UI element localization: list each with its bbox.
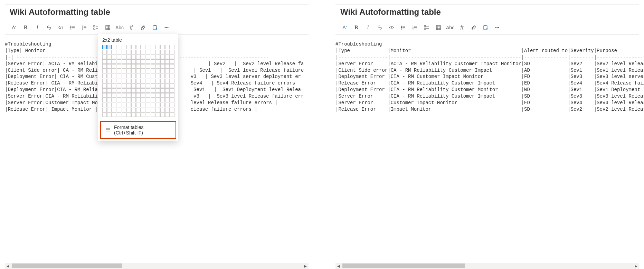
grid-cell[interactable] xyxy=(146,103,150,107)
grid-cell[interactable] xyxy=(170,103,174,107)
grid-cell[interactable] xyxy=(102,108,107,112)
grid-cell[interactable] xyxy=(112,64,116,69)
grid-cell[interactable] xyxy=(102,93,107,98)
scroll-track[interactable] xyxy=(11,263,302,269)
grid-cell[interactable] xyxy=(165,103,170,107)
grid-cell[interactable] xyxy=(131,83,136,88)
attachment-button[interactable] xyxy=(469,23,479,32)
grid-cell[interactable] xyxy=(151,45,155,49)
grid-cell[interactable] xyxy=(170,108,174,112)
grid-cell[interactable] xyxy=(146,64,150,69)
abc-button[interactable]: Abc xyxy=(445,23,455,32)
grid-cell[interactable] xyxy=(170,98,174,102)
grid-cell[interactable] xyxy=(136,112,141,117)
grid-cell[interactable] xyxy=(131,50,136,54)
scroll-right-arrow[interactable]: ▶ xyxy=(302,263,309,269)
grid-cell[interactable] xyxy=(136,74,141,78)
grid-cell[interactable] xyxy=(122,112,126,117)
grid-cell[interactable] xyxy=(170,54,174,59)
grid-cell[interactable] xyxy=(160,93,165,98)
grid-cell[interactable] xyxy=(136,54,141,59)
scroll-right-arrow[interactable]: ▶ xyxy=(633,263,639,269)
grid-cell[interactable] xyxy=(136,108,141,112)
numbered-list-button[interactable]: 123 xyxy=(410,23,420,32)
italic-button[interactable]: I xyxy=(32,23,42,32)
grid-cell[interactable] xyxy=(102,50,107,54)
grid-cell[interactable] xyxy=(112,103,116,107)
grid-cell[interactable] xyxy=(126,45,131,49)
grid-cell[interactable] xyxy=(141,83,145,88)
grid-cell[interactable] xyxy=(126,88,131,93)
grid-cell[interactable] xyxy=(160,83,165,88)
grid-cell[interactable] xyxy=(107,83,112,88)
format-tables-button[interactable]: Format tables (Ctrl+Shift+F) xyxy=(100,121,176,139)
grid-cell[interactable] xyxy=(136,88,141,93)
grid-cell[interactable] xyxy=(122,83,126,88)
link-button[interactable] xyxy=(44,23,54,32)
grid-cell[interactable] xyxy=(151,108,155,112)
grid-cell[interactable] xyxy=(146,88,150,93)
grid-cell[interactable] xyxy=(155,83,160,88)
link-button[interactable] xyxy=(375,23,385,32)
grid-cell[interactable] xyxy=(102,98,107,102)
grid-cell[interactable] xyxy=(126,83,131,88)
grid-cell[interactable] xyxy=(141,98,145,102)
grid-cell[interactable] xyxy=(141,64,145,69)
grid-cell[interactable] xyxy=(117,45,121,49)
grid-cell[interactable] xyxy=(146,98,150,102)
grid-cell[interactable] xyxy=(146,108,150,112)
grid-cell[interactable] xyxy=(170,45,174,49)
grid-cell[interactable] xyxy=(151,93,155,98)
grid-cell[interactable] xyxy=(117,69,121,73)
grid-cell[interactable] xyxy=(102,64,107,69)
grid-cell[interactable] xyxy=(126,93,131,98)
grid-cell[interactable] xyxy=(131,54,136,59)
grid-cell[interactable] xyxy=(107,54,112,59)
numbered-list-button[interactable]: 123 xyxy=(79,23,89,32)
grid-cell[interactable] xyxy=(141,54,145,59)
grid-cell[interactable] xyxy=(160,69,165,73)
text-style-button[interactable] xyxy=(340,23,349,32)
grid-cell[interactable] xyxy=(170,93,174,98)
grid-cell[interactable] xyxy=(151,50,155,54)
grid-cell[interactable] xyxy=(146,93,150,98)
grid-cell[interactable] xyxy=(131,69,136,73)
grid-cell[interactable] xyxy=(117,103,121,107)
grid-cell[interactable] xyxy=(151,64,155,69)
grid-cell[interactable] xyxy=(112,108,116,112)
grid-cell[interactable] xyxy=(165,88,170,93)
grid-cell[interactable] xyxy=(170,88,174,93)
heading-button[interactable]: # xyxy=(126,23,136,32)
grid-cell[interactable] xyxy=(165,108,170,112)
grid-cell[interactable] xyxy=(136,59,141,64)
scroll-left-arrow[interactable]: ◀ xyxy=(5,263,11,269)
grid-cell[interactable] xyxy=(126,79,131,83)
grid-cell[interactable] xyxy=(102,103,107,107)
heading-button[interactable]: # xyxy=(457,23,467,32)
grid-cell[interactable] xyxy=(160,108,165,112)
grid-cell[interactable] xyxy=(112,112,116,117)
horizontal-scrollbar[interactable]: ◀ ▶ xyxy=(5,263,309,269)
grid-cell[interactable] xyxy=(122,79,126,83)
grid-cell[interactable] xyxy=(112,69,116,73)
grid-cell[interactable] xyxy=(112,83,116,88)
grid-cell[interactable] xyxy=(165,79,170,83)
grid-cell[interactable] xyxy=(160,112,165,117)
grid-cell[interactable] xyxy=(136,98,141,102)
code-button[interactable] xyxy=(56,23,66,32)
grid-cell[interactable] xyxy=(117,64,121,69)
grid-cell[interactable] xyxy=(160,74,165,78)
grid-cell[interactable] xyxy=(122,50,126,54)
grid-cell[interactable] xyxy=(155,88,160,93)
grid-cell[interactable] xyxy=(136,50,141,54)
grid-cell[interactable] xyxy=(141,45,145,49)
grid-cell[interactable] xyxy=(160,45,165,49)
grid-cell[interactable] xyxy=(102,54,107,59)
checklist-button[interactable] xyxy=(422,23,432,32)
grid-cell[interactable] xyxy=(136,64,141,69)
grid-cell[interactable] xyxy=(146,79,150,83)
grid-cell[interactable] xyxy=(146,74,150,78)
grid-cell[interactable] xyxy=(112,98,116,102)
grid-cell[interactable] xyxy=(155,103,160,107)
grid-cell[interactable] xyxy=(126,108,131,112)
